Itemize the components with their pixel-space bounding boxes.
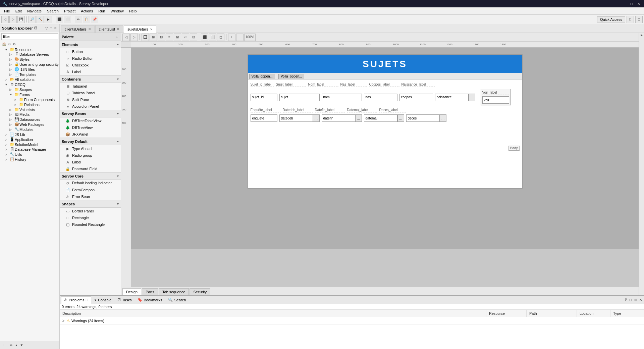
tree-item-forms[interactable]: ▼ 📁 Forms xyxy=(0,92,59,97)
tab-close-clientslist[interactable]: ✕ xyxy=(117,27,119,31)
menu-run[interactable]: Run xyxy=(96,8,108,14)
nav-btn-2[interactable]: Voilà_oppen... xyxy=(278,74,304,79)
warning-expand-btn[interactable]: ▷ xyxy=(60,318,66,323)
tab-security[interactable]: Security xyxy=(190,288,210,295)
tab-tabsequence[interactable]: Tab sequence xyxy=(159,288,189,295)
problems-expand-btn[interactable]: ⊞ xyxy=(634,298,638,302)
palette-section-header-elements[interactable]: Elements ▾ xyxy=(60,41,121,48)
field-codpos[interactable]: codpos xyxy=(399,94,433,101)
tree-item-history[interactable]: ▷ 📋 History xyxy=(0,157,59,162)
tree-btn-up[interactable]: ▲ xyxy=(14,343,19,347)
toolbar-btn-4[interactable]: 🔎 xyxy=(29,16,36,23)
tree-item-i18n[interactable]: ▷ 🌐 I18N files xyxy=(0,67,59,72)
palette-section-header-containers[interactable]: Containers ▾ xyxy=(60,76,121,83)
field-naissance[interactable]: naissance xyxy=(435,94,469,101)
panel-max-btn[interactable]: □ xyxy=(49,26,53,30)
tree-item-media[interactable]: ▷ 🖼 Media xyxy=(0,112,59,117)
palette-item-radiobutton[interactable]: ○ Radio Button xyxy=(60,55,121,62)
canvas-btn-3[interactable]: ⊟ xyxy=(158,34,165,41)
palette-minimize-btn[interactable]: □ xyxy=(115,35,119,39)
field-datemaj[interactable]: datemaj xyxy=(364,114,397,122)
maximize-button[interactable]: □ xyxy=(629,2,634,6)
palette-item-checkbox[interactable]: ☑ Checkbox xyxy=(60,62,121,68)
tree-btn-add[interactable]: + xyxy=(1,343,5,347)
field-deces[interactable]: deces xyxy=(406,114,440,122)
toolbar-btn-6[interactable]: ▶ xyxy=(45,16,52,23)
canvas-scroll[interactable]: SUJETS Voilà_oppen... Voilà_oppen... xyxy=(131,48,639,287)
warning-row[interactable]: ▷ ⚠ Warnings (24 items) xyxy=(60,317,644,325)
palette-item-splitpane[interactable]: ⊠ Split Pane xyxy=(60,96,121,103)
problems-filter-btn[interactable]: ⊽ xyxy=(624,298,628,302)
toolbar-btn-7[interactable]: ⬛ xyxy=(56,16,63,23)
palette-item-jfxpanel[interactable]: 📦 JFXPanel xyxy=(60,131,121,138)
field-datefin[interactable]: datefin xyxy=(322,114,355,122)
field-deces-btn[interactable]: … xyxy=(440,114,446,122)
tree-item-allsolutions[interactable]: ▷ 📂 All solutions xyxy=(0,77,59,82)
canvas-align-right[interactable]: ◻ xyxy=(217,34,224,41)
palette-item-dbtree[interactable]: 🌲 DBTreeTableView xyxy=(60,117,121,124)
menu-file[interactable]: File xyxy=(1,8,13,14)
toolbar-btn-10[interactable]: 📋 xyxy=(83,16,90,23)
panel-close-btn[interactable]: ✕ xyxy=(53,26,57,30)
palette-item-borderpanel[interactable]: ▭ Border Panel xyxy=(60,208,121,214)
panel-collapse-btn[interactable]: ▽ xyxy=(45,26,49,30)
tree-item-styles[interactable]: ▷ 🎨 Styles xyxy=(0,57,59,62)
canvas-btn-6[interactable]: ▭ xyxy=(182,34,189,41)
field-datefin-btn[interactable]: … xyxy=(355,114,362,122)
tree-item-modules[interactable]: ▷ 🔧 Modules xyxy=(0,127,59,132)
toolbar-btn-1[interactable]: ◁ xyxy=(1,16,9,23)
field-sujet-id[interactable]: sujet_id xyxy=(251,94,277,101)
tab-problems[interactable]: ⚠ Problems ⊟ xyxy=(61,296,91,304)
field-datemaj-btn[interactable]: … xyxy=(397,114,404,122)
problems-collapse-btn[interactable]: ⊟ xyxy=(629,298,633,302)
tab-clientsdetails[interactable]: clientsDetails ✕ xyxy=(61,25,95,33)
canvas-zoom-in[interactable]: + xyxy=(228,34,235,41)
toolbar-btn-3[interactable]: 💾 xyxy=(17,16,25,23)
tree-toolbar-btn-2[interactable]: ↻ xyxy=(7,42,11,46)
tree-item-formcomponents[interactable]: ▷ 📁 Form Components xyxy=(0,97,59,102)
menu-navigate[interactable]: Navigate xyxy=(24,8,44,14)
tree-toolbar-btn-1[interactable]: 🏠 xyxy=(1,42,7,46)
canvas-nav-fwd[interactable]: ▷ xyxy=(130,34,138,41)
toolbar-btn-8[interactable]: ⬜ xyxy=(64,16,71,23)
solution-filter-input[interactable] xyxy=(1,33,58,40)
nav-btn-1[interactable]: Voilà_oppen... xyxy=(249,74,275,79)
tree-item-webpackages[interactable]: ▷ 📦 Web Packages xyxy=(0,122,59,127)
canvas-btn-7[interactable]: ⊡ xyxy=(190,34,197,41)
tab-close-sujetsdetails[interactable]: ✕ xyxy=(150,28,153,31)
tree-btn-down[interactable]: ▼ xyxy=(19,343,24,347)
canvas-btn-1[interactable]: 🔲 xyxy=(142,34,149,41)
canvas-align-center[interactable]: ⬜ xyxy=(209,34,216,41)
tree-item-datasources[interactable]: ▷ 💾 Datasources xyxy=(0,117,59,122)
canvas-btn-2[interactable]: ⊞ xyxy=(150,34,157,41)
toolbar-btn-9[interactable]: ✏ xyxy=(75,16,82,23)
tree-btn-remove[interactable]: − xyxy=(5,343,9,347)
field-datedeb-btn[interactable]: … xyxy=(313,114,320,122)
field-enquete[interactable]: enquete xyxy=(251,114,277,122)
palette-item-passwordfield[interactable]: 🔒 Password Field xyxy=(60,165,121,172)
tab-design[interactable]: Design xyxy=(122,288,141,295)
tree-item-valuelists[interactable]: ▷ 📁 Valuelists xyxy=(0,107,59,112)
palette-section-header-servoydefault[interactable]: Servoy Default ▾ xyxy=(60,138,121,145)
tree-item-cecq[interactable]: ▼ ⚙ CECQ xyxy=(0,82,59,87)
palette-item-formcomponent[interactable]: 📄 FormCompon... xyxy=(60,187,121,193)
palette-item-rectangle[interactable]: □ Rectangle xyxy=(60,214,121,221)
canvas-btn-4[interactable]: ≡ xyxy=(166,34,173,41)
tab-close-clientsdetails[interactable]: ✕ xyxy=(88,27,91,31)
tree-item-dbmanager[interactable]: ▷ 🗄 Database Manager xyxy=(0,147,59,152)
tree-item-utils[interactable]: ▷ 🔧 Utils xyxy=(0,152,59,157)
canvas-zoom-reset[interactable]: 100% xyxy=(244,34,256,41)
tree-btn-edit[interactable]: ✏ xyxy=(9,343,13,347)
palette-section-header-shapes[interactable]: Shapes ▾ xyxy=(60,200,121,208)
tree-item-dbservers[interactable]: ▷ 🗄 Database Servers xyxy=(0,52,59,57)
palette-item-tablesspanel[interactable]: ⊟ Tabless Panel xyxy=(60,90,121,96)
tab-search[interactable]: 🔍 Search xyxy=(165,296,189,304)
toolbar-extra-2[interactable]: ⊡ xyxy=(635,16,643,23)
menu-window[interactable]: Window xyxy=(108,8,126,14)
menu-help[interactable]: Help xyxy=(126,8,140,14)
tree-item-relations[interactable]: ▷ 📁 Relations xyxy=(0,102,59,107)
field-nom[interactable]: nom xyxy=(322,94,362,101)
tree-item-resources[interactable]: ▼ 📁 Resources xyxy=(0,47,59,52)
palette-item-radiogroup[interactable]: ◉ Radio group xyxy=(60,152,121,159)
tab-console[interactable]: > Console xyxy=(91,296,114,304)
